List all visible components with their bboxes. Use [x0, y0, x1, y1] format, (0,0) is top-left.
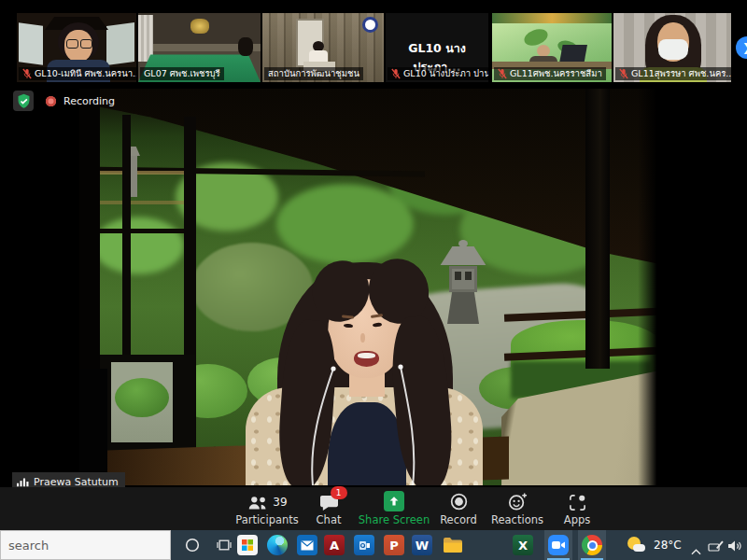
share-screen-label: Share Screen — [359, 513, 430, 526]
pen-workspace-icon — [708, 539, 724, 553]
main-speaker-video — [79, 89, 669, 485]
participant-name-label: GL11สุพรรษา ศพช.นคร... — [615, 67, 731, 80]
muted-mic-icon — [22, 68, 32, 79]
apps-icon — [569, 494, 586, 511]
participant-name: GL10-เมทินี ศพช.นครนา... — [35, 67, 136, 80]
face-mask — [658, 39, 688, 60]
edge-browser-icon — [267, 535, 288, 555]
reactions-button[interactable]: Reactions — [482, 491, 553, 526]
apps-button[interactable]: Apps — [551, 491, 603, 526]
excel-button[interactable]: X — [509, 530, 537, 560]
chat-label: Chat — [317, 513, 342, 526]
taskbar-search-input[interactable] — [0, 530, 171, 560]
zoom-app-button[interactable] — [544, 530, 572, 560]
participants-count: 39 — [273, 493, 287, 511]
store-button[interactable] — [233, 530, 261, 560]
cloud-icon — [633, 544, 645, 552]
record-icon — [449, 492, 469, 511]
zoom-meeting-window: GL10-เมทินี ศพช.นครนา... GL07 ศพช.เพชรบุ… — [0, 0, 747, 560]
main-speaker-view: Recording Praewa Satutum — [0, 82, 747, 487]
muted-mic-icon — [498, 68, 507, 79]
person — [309, 50, 328, 62]
tray-overflow-button[interactable] — [691, 541, 701, 559]
windows-taskbar: A P W X — [0, 530, 747, 560]
participant-thumbnail[interactable]: GL10 นางประภา... GL10 นางประภา ปานฉิม... — [386, 13, 488, 82]
participant-name-label: สถาบันการพัฒนาชุมชน — [264, 67, 363, 80]
shield-check-icon — [16, 93, 32, 109]
edge-button[interactable] — [263, 530, 291, 560]
chrome-button[interactable] — [578, 530, 606, 560]
file-explorer-button[interactable] — [439, 530, 467, 560]
speaker-person — [79, 89, 669, 485]
powerpoint-icon: P — [384, 535, 404, 555]
outlook-icon — [354, 535, 374, 555]
apps-label: Apps — [564, 513, 590, 526]
curtain — [138, 15, 153, 62]
chat-button[interactable]: 1 Chat — [301, 491, 357, 526]
file-explorer-icon — [443, 535, 463, 555]
participant-name-label: GL10-เมทินี ศพช.นครนา... — [19, 67, 136, 80]
task-view-button[interactable] — [217, 538, 232, 556]
participant-thumbnail[interactable]: GL10-เมทินี ศพช.นครนา... — [17, 13, 136, 82]
participants-button[interactable]: 39 Participants — [224, 491, 310, 526]
glasses — [66, 39, 78, 49]
reactions-label: Reactions — [491, 513, 543, 526]
participant-name-label: GL10 นางประภา ปานฉิม... — [388, 67, 488, 80]
window — [19, 22, 43, 65]
access-icon: A — [324, 535, 345, 555]
participant-name: GL10 นางประภา ปานฉิม... — [403, 67, 488, 80]
chevron-right-icon: ❯ — [742, 41, 747, 54]
encryption-shield-button[interactable] — [13, 91, 34, 111]
window — [106, 22, 134, 65]
muted-mic-icon — [391, 68, 401, 79]
weather-widget[interactable] — [627, 537, 646, 553]
participant-name: GL07 ศพช.เพชรบุรี — [144, 67, 220, 80]
teeth — [358, 353, 375, 358]
word-button[interactable]: W — [408, 530, 436, 560]
task-view-icon — [217, 538, 232, 553]
video-thumbnail-strip: GL10-เมทินี ศพช.นครนา... GL07 ศพช.เพชรบุ… — [0, 0, 747, 82]
outlook-button[interactable] — [350, 530, 378, 560]
speaker-name: Praewa Satutum — [34, 476, 119, 488]
participant-name: สถาบันการพัฒนาชุมชน — [268, 67, 359, 80]
participants-icon — [247, 495, 269, 511]
cortana-button[interactable] — [185, 538, 200, 556]
participant-thumbnail[interactable]: GL11สุพรรษา ศพช.นคร... — [613, 13, 731, 82]
glasses — [80, 39, 92, 49]
laptop — [559, 45, 587, 63]
participants-label: Participants — [235, 513, 299, 526]
share-screen-button[interactable]: Share Screen — [355, 491, 433, 526]
inner-shirt — [328, 402, 406, 485]
recording-label: Recording — [63, 95, 115, 107]
temperature-readout[interactable]: 28°C — [654, 530, 682, 560]
mail-button[interactable] — [293, 530, 321, 560]
chrome-icon-center — [589, 542, 596, 549]
cortana-icon — [185, 538, 200, 553]
speaker-icon — [727, 539, 742, 553]
emblem — [190, 19, 209, 34]
volume-button[interactable] — [727, 539, 742, 556]
participant-thumbnail[interactable]: สถาบันการพัฒนาชุมชน — [262, 13, 384, 82]
participant-thumbnail[interactable]: GL11ศพช.นครราชสีมา — [492, 13, 612, 82]
pen-workspace-button[interactable] — [708, 539, 724, 556]
participant-thumbnail[interactable]: GL07 ศพช.เพชรบุรี — [138, 13, 261, 82]
meeting-toolbar: 39 Participants 1 Chat Sha — [0, 487, 747, 530]
nose — [360, 333, 365, 343]
microsoft-store-icon — [237, 535, 258, 555]
access-button[interactable]: A — [320, 530, 348, 560]
participant-name: GL11ศพช.นครราชสีมา — [510, 67, 602, 80]
strip-next-page-button[interactable]: ❯ — [736, 36, 747, 59]
participant-name-label: GL11ศพช.นครราชสีมา — [494, 67, 606, 80]
chevron-up-icon — [691, 549, 701, 555]
powerpoint-button[interactable]: P — [380, 530, 408, 560]
record-label: Record — [440, 513, 477, 526]
word-icon: W — [412, 535, 432, 555]
participant-name: GL11สุพรรษา ศพช.นคร... — [631, 67, 731, 80]
excel-icon: X — [513, 535, 533, 555]
share-screen-icon — [384, 491, 404, 511]
zoom-app-icon — [548, 535, 569, 555]
muted-mic-icon — [619, 68, 628, 79]
person — [238, 37, 253, 56]
participant-name-label: GL07 ศพช.เพชรบุรี — [140, 67, 224, 80]
institute-logo — [362, 17, 378, 33]
